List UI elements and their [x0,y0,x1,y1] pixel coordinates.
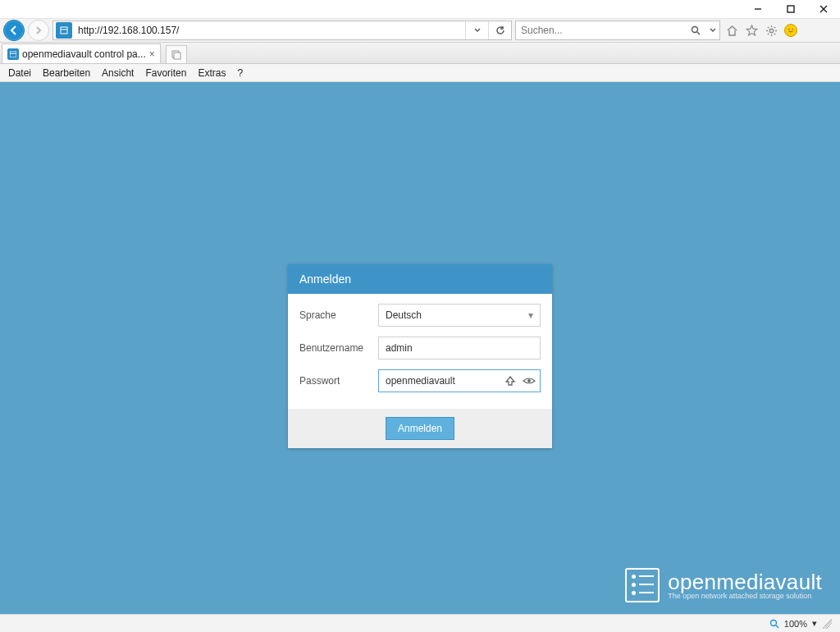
url-input[interactable] [75,23,465,38]
brand-logo-icon [625,568,660,602]
menu-extras[interactable]: Extras [198,67,226,79]
field-row-language: Sprache Deutsch ▾ [299,304,541,327]
field-row-username: Benutzername [299,337,541,360]
tab-close-button[interactable]: × [149,48,155,60]
login-heading: Anmelden [288,264,552,294]
menu-help[interactable]: ? [237,67,243,79]
chevron-down-icon [710,27,716,34]
username-label: Benutzername [299,342,378,354]
svg-line-15 [768,33,769,34]
zoom-icon[interactable] [769,619,779,629]
svg-point-17 [788,29,790,30]
search-bar [515,21,720,40]
site-favicon-icon [56,22,72,39]
login-submit-button[interactable]: Anmelden [386,417,454,440]
address-dropdown-button[interactable] [465,21,488,39]
login-panel: Anmelden Sprache Deutsch ▾ Benutzername … [288,264,552,448]
svg-point-23 [527,379,531,382]
search-icon [691,25,701,36]
field-row-password: Passwort [299,369,541,392]
window-maximize-button[interactable] [774,0,807,18]
page-viewport: Anmelden Sprache Deutsch ▾ Benutzername … [0,82,840,614]
username-input[interactable] [378,337,541,360]
eye-icon [523,375,536,387]
language-label: Sprache [299,309,378,321]
window-close-button[interactable] [807,0,840,18]
language-select[interactable]: Deutsch ▾ [378,304,541,327]
arrow-right-icon [34,25,43,35]
svg-rect-22 [174,53,180,59]
zoom-dropdown[interactable]: ▾ [812,618,817,629]
minimize-icon [754,5,762,13]
arrow-left-icon [8,25,20,36]
svg-line-16 [774,27,774,28]
language-value: Deutsch [386,309,422,321]
menu-view[interactable]: Ansicht [102,67,134,79]
search-button[interactable] [685,21,706,39]
svg-rect-1 [788,6,794,12]
svg-point-18 [792,29,793,30]
svg-point-6 [692,26,697,32]
tab-title: openmediavault control pa... [22,48,146,60]
refresh-button[interactable] [488,21,511,39]
svg-rect-19 [10,51,16,57]
svg-line-14 [774,33,774,34]
svg-rect-4 [61,27,67,34]
nav-back-button[interactable] [3,20,25,41]
star-icon [746,25,758,37]
svg-line-7 [697,32,700,34]
tools-button[interactable] [763,22,779,39]
menu-edit[interactable]: Bearbeiten [43,67,90,79]
menu-file[interactable]: Datei [8,67,31,79]
status-bar: 100% ▾ [0,614,840,632]
feedback-button[interactable] [783,22,799,39]
home-icon [726,25,738,37]
brand-footer: openmediavault The open network attached… [625,568,822,602]
browser-toolbar [0,18,840,43]
search-dropdown-button[interactable] [706,21,719,39]
caps-lock-icon [504,375,516,387]
brand-tagline: The open network attached storage soluti… [668,593,822,600]
svg-line-13 [768,27,769,28]
address-bar [52,21,512,40]
close-icon [819,5,828,13]
new-tab-button[interactable] [166,45,187,63]
brand-name: openmediavault [668,571,822,593]
gear-icon [765,25,778,37]
smiley-icon [784,24,797,37]
menu-bar: Datei Bearbeiten Ansicht Favoriten Extra… [0,64,840,82]
svg-point-8 [769,29,773,32]
chevron-down-icon: ▾ [528,309,533,321]
chevron-down-icon [474,27,481,34]
home-button[interactable] [724,22,740,39]
nav-forward-button[interactable] [28,20,49,41]
menu-favorites[interactable]: Favoriten [145,67,186,79]
reveal-password-button[interactable] [523,375,536,387]
tab-favicon-icon [7,48,19,60]
password-label: Passwort [299,375,378,387]
window-titlebar [0,0,840,18]
tab-strip: openmediavault control pa... × [0,43,840,64]
svg-line-25 [776,625,778,628]
maximize-icon [787,5,795,13]
svg-point-24 [770,620,776,625]
window-minimize-button[interactable] [742,0,774,18]
zoom-level[interactable]: 100% [784,619,807,629]
search-input[interactable] [516,23,685,38]
browser-tab[interactable]: openmediavault control pa... × [2,44,161,63]
refresh-icon [495,25,505,35]
resize-grip-icon [822,619,832,629]
favorites-button[interactable] [743,22,760,39]
new-tab-icon [171,50,181,60]
